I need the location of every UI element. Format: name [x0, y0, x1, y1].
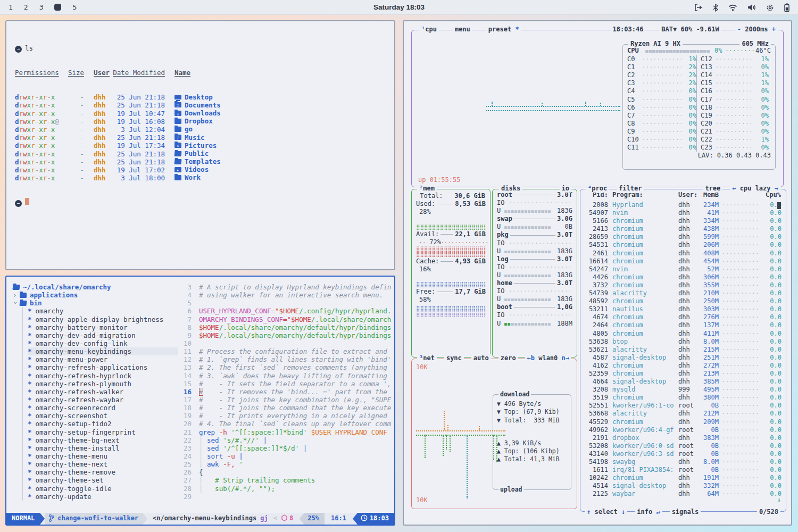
tree-file-omarchy-refresh-hyprlock[interactable]: *omarchy-refresh-hyprlock	[28, 372, 178, 380]
volume-icon[interactable]	[747, 4, 756, 11]
process-row[interactable]: 1611irq/81-PIXA3854:root0B··········0.0	[585, 466, 782, 474]
tree-file-omarchy-theme-menu[interactable]: *omarchy-theme-menu	[28, 452, 178, 460]
process-row[interactable]: 4805chromiumdhh411M··········0.0	[585, 330, 782, 338]
panel-tab[interactable]: info ↵	[635, 508, 662, 516]
process-row[interactable]: 53668alacrittydhh212M··········0.0	[585, 410, 782, 418]
panel-tab[interactable]: ¹cpu	[419, 26, 439, 34]
process-row[interactable]: 3732chromiumdhh355M··········0.0	[585, 281, 782, 289]
tree-file-omarchy-refresh-applications[interactable]: *omarchy-refresh-applications	[28, 363, 178, 371]
tree-file-omarchy-theme-install[interactable]: *omarchy-theme-install	[28, 444, 178, 452]
process-row[interactable]: 54247nvimdhh52M··········0.0	[585, 265, 782, 273]
process-row[interactable]: 4514signal-desktopdhh332M··········0.0	[585, 482, 782, 490]
panel-tab[interactable]: filter	[617, 185, 644, 193]
tree-file-omarchy-setup-fido2[interactable]: *omarchy-setup-fido2	[28, 420, 178, 428]
process-row[interactable]: 53638btopdhh8.0M··········0.0	[585, 338, 782, 346]
process-row[interactable]: 16614chromiumdhh454M··········0.0	[585, 257, 782, 265]
process-row[interactable]: 4426chromiumdhh306M··········0.0	[585, 273, 782, 281]
disks-io-toggle[interactable]: io	[560, 185, 571, 193]
wifi-icon[interactable]	[728, 4, 737, 11]
net-panel-tabs[interactable]: ³netsyncautozero	[417, 354, 518, 362]
tree-file-omarchy-theme-remove[interactable]: *omarchy-theme-remove	[28, 468, 178, 476]
tree-file-omarchy-setup-fingerprint[interactable]: *omarchy-setup-fingerprint	[28, 428, 178, 436]
panel-tab[interactable]: ²mem	[417, 185, 437, 193]
panel-tab[interactable]: ←b wlan0 n→	[525, 354, 572, 362]
process-row[interactable]: 3208mysqld999495M··········0.0	[585, 386, 782, 394]
tree-file-omarchy-refresh-walker[interactable]: *omarchy-refresh-walker	[28, 388, 178, 396]
process-row[interactable]: 53208kworker/u96:0-sdroot0B··········0.0	[585, 442, 782, 450]
net-interface-tabs[interactable]: ←b wlan0 n→	[525, 354, 572, 362]
panel-tab[interactable]: auto	[471, 354, 491, 362]
process-row[interactable]: 54907nvimdhh41M··········0.0	[585, 209, 782, 217]
tree-dir-applications[interactable]: ›applications	[13, 291, 178, 299]
process-row[interactable]: 4664signal-desktopdhh385M··········0.0	[585, 378, 782, 386]
tree-file-omarchy-toggle-idle[interactable]: *omarchy-toggle-idle	[28, 485, 178, 493]
process-row[interactable]: 4587signal-desktopdhh251M··········0.0	[585, 354, 782, 362]
process-row[interactable]: 45529chromiumdhh209M··········0.0	[585, 418, 782, 426]
editor-window-nvim[interactable]: ~/.local/share/omarchy ›applications›bin…	[5, 276, 395, 526]
tree-file-omarchy-refresh-plymouth[interactable]: *omarchy-refresh-plymouth	[28, 380, 178, 388]
panel-tab[interactable]: - 2000ms +	[735, 26, 778, 34]
tree-file-omarchy-update[interactable]: *omarchy-update	[28, 493, 178, 501]
process-row[interactable]: 48592chromiumdhh250M··········0.0	[585, 297, 782, 305]
tree-file-omarchy-screenrecord[interactable]: *omarchy-screenrecord	[28, 404, 178, 412]
panel-tab[interactable]: preset *	[486, 26, 521, 34]
panel-tab[interactable]: menu	[453, 26, 472, 34]
process-row[interactable]: 2464chromiumdhh137M··········0.0	[585, 321, 782, 329]
tree-file-omarchy-dev-config-link[interactable]: *omarchy-dev-config-link	[28, 339, 178, 347]
tree-file-omarchy-menu-keybindings[interactable]: *omarchy-menu-keybindings	[28, 347, 178, 355]
tree-file-omarchy-screenshot[interactable]: *omarchy-screenshot	[28, 412, 178, 420]
panel-tab[interactable]: disks	[499, 185, 522, 193]
panel-tab[interactable]: ⁴proc	[586, 185, 609, 193]
process-row[interactable]: 52359chromiumdhh213M··········0.0	[585, 370, 782, 378]
process-row[interactable]: 2461chromiumdhh408M··········0.0	[585, 250, 782, 257]
process-row[interactable]: 2413chromiumdhh438M··········0.0	[585, 225, 782, 233]
tree-file-omarchy-theme-set[interactable]: *omarchy-theme-set	[28, 476, 178, 484]
process-row[interactable]: 10242chromiumdhh191M··········0.0	[585, 474, 782, 482]
settings-icon[interactable]	[766, 4, 774, 12]
panel-tab[interactable]: sync	[444, 354, 464, 362]
process-row[interactable]: 54739alacrittydhh210M··········0.0	[585, 289, 782, 297]
process-row[interactable]: 5166chromiumdhh334M··········0.0	[585, 217, 782, 225]
tree-file-omarchy-refresh-waybar[interactable]: *omarchy-refresh-waybar	[28, 396, 178, 404]
panel-tab[interactable]: zero	[498, 354, 518, 362]
panel-tab[interactable]: ↑ select ↓	[585, 508, 627, 516]
proc-footer-actions[interactable]: ↑ select ↓info ↵signals	[585, 508, 701, 516]
process-row[interactable]: 28659chromiumdhh599M··········0.0	[585, 233, 782, 241]
panel-tab[interactable]: io	[560, 185, 571, 193]
process-row[interactable]: 54531chromiumdhh206M··········0.0	[585, 241, 782, 249]
process-row[interactable]: 2125waybardhh64M··········0.0	[585, 490, 782, 498]
code-pane[interactable]: 3# A script to display Hyprland keybindi…	[178, 277, 393, 513]
process-row[interactable]: 4674chromiumdhh276M··········0.0	[585, 313, 782, 321]
panel-tab[interactable]: signals	[670, 508, 701, 516]
panel-tab[interactable]: BAT▼ 60% -9.61W	[659, 26, 721, 34]
proc-scrollbar[interactable]	[777, 202, 781, 209]
panel-tab[interactable]: tree	[703, 185, 722, 193]
battery-icon[interactable]	[784, 3, 789, 12]
tree-file-omarchy-theme-next[interactable]: *omarchy-theme-next	[28, 460, 178, 468]
logout-icon[interactable]	[694, 4, 703, 11]
process-row[interactable]: 2191dropboxdhh383M··········0.0	[585, 434, 782, 442]
process-row[interactable]: 53621alacrittydhh215M··········0.0	[585, 346, 782, 354]
tree-file-omarchy-menu-power[interactable]: *omarchy-menu-power	[28, 355, 178, 363]
tree-root[interactable]: ~/.local/share/omarchy	[13, 283, 178, 291]
tree-file-omarchy-apple-display-brightness[interactable]: *omarchy-apple-display-brightness	[28, 315, 178, 323]
tree-file-omarchy-battery-monitor[interactable]: *omarchy-battery-monitor	[28, 323, 178, 331]
proc-sort-tabs[interactable]: tree← cpu lazy →	[703, 185, 780, 193]
process-row[interactable]: 43140kworker/u96:3-sdroot0B··········0.0	[585, 450, 782, 458]
cpu-panel-tabs[interactable]: ¹cpumenupreset *	[419, 26, 521, 34]
process-row[interactable]: 49962kworker/u96:4-gfroot0B··········0.0	[585, 426, 782, 434]
process-row[interactable]: 4162chromiumdhh272M··········0.0	[585, 362, 782, 370]
process-row[interactable]: 53211nautilusdhh303M··········0.0	[585, 305, 782, 313]
mem-panel-tabs[interactable]: ²mem	[417, 185, 437, 193]
tree-file-omarchy-theme-bg-next[interactable]: *omarchy-theme-bg-next	[28, 436, 178, 444]
panel-tab[interactable]: ← cpu lazy →	[730, 185, 780, 193]
tree-dir-bin[interactable]: ›bin	[13, 299, 178, 307]
disks-panel-tab[interactable]: disks	[499, 185, 522, 193]
system-monitor-window-btop[interactable]: ¹cpumenupreset * 18:03:46BAT▼ 60% -9.61W…	[403, 20, 792, 526]
proc-panel-tabs[interactable]: ⁴procfilter	[586, 185, 644, 193]
panel-tab[interactable]: ³net	[417, 354, 437, 362]
bluetooth-icon[interactable]	[713, 4, 718, 12]
process-row[interactable]: 52551kworker/u96:1-coroot0B··········0.0	[585, 402, 782, 410]
cpu-panel-status[interactable]: 18:03:46BAT▼ 60% -9.61W- 2000ms +	[611, 26, 778, 34]
process-row[interactable]: 3519chromiumdhh380M··········0.0	[585, 394, 782, 402]
